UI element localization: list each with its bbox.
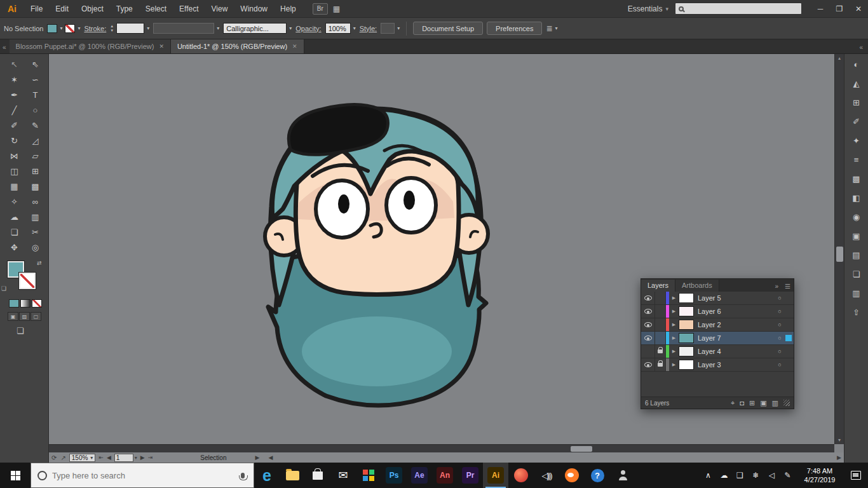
taskbar-search-box[interactable] — [31, 463, 254, 488]
transparency-icon[interactable]: ◧ — [849, 191, 864, 205]
close-icon[interactable]: ✕ — [292, 43, 297, 50]
tab-artboards[interactable]: Artboards — [675, 280, 719, 292]
lock-toggle[interactable] — [655, 332, 666, 344]
new-sublayer-icon[interactable]: ⊞ — [749, 399, 755, 407]
direct-selection-tool[interactable]: ⇖ — [25, 57, 46, 72]
taskbar-clock[interactable]: 7:48 AM 4/27/2019 — [796, 466, 844, 484]
color-panel-icon[interactable]: ◐ — [849, 58, 864, 71]
none-button[interactable] — [32, 299, 42, 308]
preferences-button[interactable]: Preferences — [487, 22, 542, 35]
paintbrush-tool[interactable]: ✐ — [4, 118, 25, 133]
pen-tool[interactable]: ✒ — [4, 87, 25, 102]
workspace-switcher[interactable]: Essentials ▾ — [628, 4, 668, 13]
style-swatch[interactable] — [381, 23, 395, 34]
default-fill-stroke-icon[interactable]: ❏ — [1, 285, 6, 292]
free-transform-tool[interactable]: ▱ — [25, 148, 46, 163]
locate-object-icon[interactable]: ⌖ — [731, 399, 735, 407]
layer-name[interactable]: Layer 3 — [698, 361, 774, 369]
app-icon-store[interactable] — [305, 463, 330, 488]
eyedropper-tool[interactable]: ✧ — [4, 194, 25, 209]
horizontal-scrollbar[interactable] — [49, 444, 834, 452]
scroll-right-icon[interactable]: ▶ — [837, 454, 841, 461]
expand-arrow-icon[interactable]: ▶ — [669, 309, 679, 314]
swatches-icon[interactable]: ⊞ — [849, 96, 864, 109]
chevron-down-icon[interactable]: ▾ — [147, 25, 149, 31]
gradient-button[interactable] — [20, 299, 31, 308]
restore-button[interactable]: ❐ — [830, 0, 849, 18]
menu-select[interactable]: Select — [139, 0, 173, 18]
layer-name[interactable]: Layer 7 — [698, 334, 774, 342]
blend-tool[interactable]: ∞ — [25, 194, 46, 209]
layer-row[interactable]: ▶ Layer 4 ○ — [641, 345, 794, 358]
microphone-icon[interactable] — [241, 473, 245, 478]
app-icon-office-hub[interactable] — [356, 463, 381, 488]
menu-file[interactable]: File — [24, 0, 49, 18]
ellipse-tool[interactable]: ○ — [25, 102, 46, 118]
stroke-weight-stepper[interactable]: ▲▼ — [110, 24, 114, 33]
collapse-panels-icon[interactable]: « — [854, 44, 868, 53]
menu-type[interactable]: Type — [110, 0, 139, 18]
artboards-icon[interactable]: ❏ — [849, 268, 864, 281]
change-screen-mode-button[interactable]: ❏ — [17, 326, 48, 336]
visibility-toggle[interactable] — [641, 345, 655, 358]
draw-inside-button[interactable]: ▢ — [31, 312, 41, 321]
gradient-tool[interactable]: ▩ — [25, 179, 46, 194]
app-icon-blender[interactable] — [559, 463, 585, 488]
layer-target-circle[interactable]: ○ — [774, 308, 785, 315]
tray-chevron-icon[interactable]: ∧ — [700, 463, 716, 488]
layer-target-circle[interactable]: ○ — [774, 295, 785, 301]
app-icon-people[interactable] — [610, 463, 635, 488]
lock-toggle[interactable] — [655, 358, 666, 371]
make-clipping-mask-icon[interactable]: ◘ — [740, 399, 744, 407]
chevron-down-icon[interactable]: ▾ — [135, 455, 137, 461]
artboard-tool[interactable]: ❏ — [4, 224, 25, 240]
stroke-color-swatch[interactable] — [65, 24, 75, 33]
zoom-tool[interactable]: ◎ — [25, 240, 46, 255]
draw-behind-button[interactable]: ▨ — [19, 312, 30, 321]
search-input[interactable] — [686, 5, 788, 13]
layer-target-circle[interactable]: ○ — [774, 362, 785, 368]
menu-effect[interactable]: Effect — [173, 0, 205, 18]
variable-width-profile-field[interactable] — [153, 23, 214, 34]
app-icon-illustrator[interactable]: Ai — [483, 463, 508, 488]
status-expand-icon[interactable]: ▶ — [255, 454, 259, 461]
menu-help[interactable]: Help — [274, 0, 302, 18]
stroke-icon[interactable]: ≡ — [849, 153, 864, 166]
brushes-icon[interactable]: ✐ — [849, 115, 864, 128]
visibility-toggle[interactable] — [641, 318, 655, 331]
app-icon-animate[interactable]: An — [432, 463, 458, 488]
document-setup-button[interactable]: Document Setup — [413, 22, 483, 35]
color-button[interactable] — [9, 299, 19, 308]
minimize-button[interactable]: ─ — [811, 0, 830, 18]
graphic-styles-icon[interactable]: ▣ — [849, 229, 864, 243]
layers-icon[interactable]: ▤ — [849, 248, 864, 262]
app-icon-help[interactable]: ? — [585, 463, 610, 488]
menu-object[interactable]: Object — [75, 0, 110, 18]
layer-row[interactable]: ▶ Layer 3 ○ — [641, 358, 794, 372]
tray-volume-icon[interactable]: ◁ — [764, 463, 780, 488]
lock-toggle[interactable] — [655, 345, 666, 358]
layer-row[interactable]: ▶ Layer 5 ○ — [641, 292, 794, 305]
layer-target-circle[interactable]: ○ — [774, 348, 785, 355]
chevron-down-icon[interactable]: ▾ — [217, 25, 219, 31]
layer-name[interactable]: Layer 5 — [698, 294, 774, 302]
brush-definition-field[interactable]: Calligraphic... — [223, 23, 287, 34]
chevron-down-icon[interactable]: ▾ — [60, 25, 62, 31]
opacity-link[interactable]: Opacity: — [295, 25, 321, 32]
magic-wand-tool[interactable]: ✶ — [4, 72, 25, 87]
collapse-tools-icon[interactable]: « — [0, 44, 10, 53]
libraries-icon[interactable]: ▥ — [849, 287, 864, 300]
stroke-panel-link[interactable]: Stroke: — [84, 25, 106, 32]
tray-pen-icon[interactable]: ✎ — [780, 463, 796, 488]
chevron-down-icon[interactable]: ▾ — [353, 25, 356, 31]
layer-name[interactable]: Layer 6 — [698, 308, 774, 315]
first-artboard-button[interactable]: ⇤ — [98, 454, 104, 461]
menu-view[interactable]: View — [205, 0, 234, 18]
action-center-button[interactable] — [844, 463, 868, 488]
chevron-down-icon[interactable]: ▾ — [555, 25, 557, 31]
layer-target-circle[interactable]: ○ — [774, 335, 785, 341]
symbols-icon[interactable]: ✦ — [849, 134, 864, 147]
type-tool[interactable]: T — [25, 87, 46, 102]
tray-onedrive-icon[interactable]: ☁ — [716, 463, 732, 488]
align-objects-icon[interactable]: ≣ — [546, 24, 552, 33]
